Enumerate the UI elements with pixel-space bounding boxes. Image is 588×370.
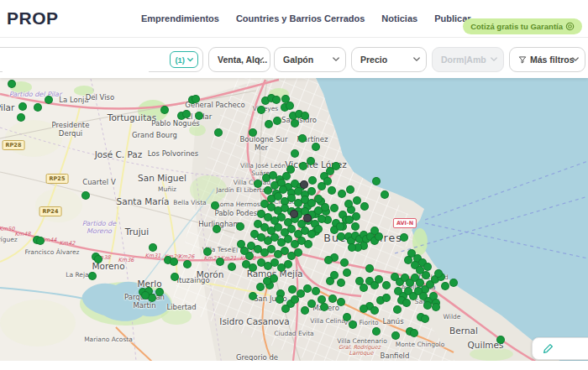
property-marker[interactable] <box>299 162 307 170</box>
filter-dropdown-mas-filtros[interactable]: Más filtros <box>509 47 585 72</box>
property-marker[interactable] <box>298 134 307 143</box>
property-marker[interactable] <box>8 80 16 88</box>
property-marker[interactable] <box>265 120 273 128</box>
search-input[interactable] <box>3 49 149 72</box>
property-marker[interactable] <box>328 186 336 195</box>
property-marker[interactable] <box>324 256 333 264</box>
property-marker[interactable] <box>337 279 345 287</box>
property-marker[interactable] <box>170 258 178 266</box>
property-marker[interactable] <box>314 195 323 203</box>
property-marker[interactable] <box>360 202 369 211</box>
property-marker[interactable] <box>365 264 374 273</box>
property-marker[interactable] <box>211 201 219 210</box>
property-marker[interactable] <box>81 191 90 200</box>
property-marker[interactable] <box>34 103 42 112</box>
property-marker[interactable] <box>375 275 383 284</box>
property-marker[interactable] <box>372 177 381 185</box>
property-marker[interactable] <box>308 176 317 185</box>
property-marker[interactable] <box>372 327 381 336</box>
property-marker[interactable] <box>496 336 505 344</box>
property-marker[interactable] <box>332 162 340 170</box>
filter-dropdown-tipo-propiedad[interactable]: Galpón <box>274 47 346 72</box>
property-marker[interactable] <box>242 260 250 268</box>
property-marker[interactable] <box>263 277 271 285</box>
property-marker[interactable] <box>340 258 349 267</box>
garantia-cta-button[interactable]: Cotizá gratis tu Garantía <box>463 18 582 34</box>
property-marker[interactable] <box>432 303 440 311</box>
property-marker[interactable] <box>307 187 316 195</box>
site-logo[interactable]: PROP <box>7 8 59 29</box>
property-marker[interactable] <box>195 112 203 120</box>
property-marker[interactable] <box>400 233 408 242</box>
property-marker[interactable] <box>307 300 316 308</box>
property-marker[interactable] <box>338 190 346 198</box>
nav-item-countries[interactable]: Countries y Barrios Cerrados <box>236 13 365 23</box>
nav-item-emprendimientos[interactable]: Emprendimientos <box>141 13 219 23</box>
property-marker[interactable] <box>312 287 320 295</box>
property-marker-visited[interactable] <box>290 210 298 218</box>
property-marker[interactable] <box>192 95 200 103</box>
property-marker[interactable] <box>272 96 281 104</box>
property-marker[interactable] <box>149 243 157 252</box>
property-marker[interactable] <box>320 303 328 311</box>
property-marker[interactable] <box>351 222 360 231</box>
property-marker[interactable] <box>291 149 299 158</box>
property-marker[interactable] <box>17 113 25 122</box>
property-marker[interactable] <box>273 117 281 125</box>
property-marker[interactable] <box>214 128 223 137</box>
property-marker[interactable] <box>421 315 429 323</box>
property-marker[interactable] <box>228 263 236 271</box>
property-marker[interactable] <box>370 227 379 235</box>
property-marker[interactable] <box>307 157 315 165</box>
property-marker[interactable] <box>343 268 351 277</box>
property-marker[interactable] <box>381 190 389 199</box>
property-marker[interactable] <box>216 258 224 266</box>
property-marker[interactable] <box>330 271 339 279</box>
map-canvas[interactable]: Partido del PilarPilarLa LonjaDel VisoTo… <box>0 78 588 361</box>
property-marker[interactable] <box>237 240 245 248</box>
property-marker[interactable] <box>286 102 294 110</box>
property-marker[interactable] <box>423 263 432 271</box>
property-marker[interactable] <box>391 331 400 340</box>
property-marker[interactable] <box>328 294 337 303</box>
property-marker[interactable] <box>288 285 297 294</box>
property-marker[interactable] <box>312 143 320 151</box>
property-marker[interactable] <box>318 215 326 223</box>
property-marker[interactable] <box>276 295 284 304</box>
property-marker[interactable] <box>18 102 27 111</box>
property-marker[interactable] <box>203 248 212 256</box>
property-marker[interactable] <box>343 313 351 321</box>
property-marker[interactable] <box>422 271 430 279</box>
property-marker[interactable] <box>382 294 391 302</box>
property-marker[interactable] <box>291 119 299 128</box>
property-marker[interactable] <box>249 128 257 137</box>
property-marker[interactable] <box>291 295 299 304</box>
property-marker[interactable] <box>160 106 169 114</box>
property-marker[interactable] <box>346 185 354 194</box>
property-marker[interactable] <box>441 282 449 290</box>
property-marker-visited[interactable] <box>303 214 312 222</box>
property-marker[interactable] <box>423 301 432 310</box>
property-marker[interactable] <box>301 306 309 315</box>
filter-dropdown-operacion[interactable]: Venta, Alq... <box>208 47 270 72</box>
property-marker[interactable] <box>171 273 179 281</box>
property-marker[interactable] <box>88 272 97 280</box>
property-marker[interactable] <box>360 284 368 292</box>
property-marker[interactable] <box>434 269 443 278</box>
property-marker[interactable] <box>281 305 290 313</box>
property-marker[interactable] <box>393 305 402 314</box>
property-marker[interactable] <box>336 222 344 231</box>
property-marker[interactable] <box>94 255 102 263</box>
property-marker[interactable] <box>304 240 312 248</box>
property-marker[interactable] <box>249 292 257 300</box>
property-marker[interactable] <box>344 200 353 208</box>
property-marker[interactable] <box>141 291 150 300</box>
property-marker[interactable] <box>323 177 332 185</box>
property-marker[interactable] <box>382 281 391 289</box>
property-marker[interactable] <box>303 284 312 293</box>
property-marker[interactable] <box>236 222 244 231</box>
property-marker[interactable] <box>182 110 191 118</box>
property-marker[interactable] <box>370 306 379 315</box>
property-marker[interactable] <box>155 288 164 296</box>
property-marker[interactable] <box>330 204 339 212</box>
